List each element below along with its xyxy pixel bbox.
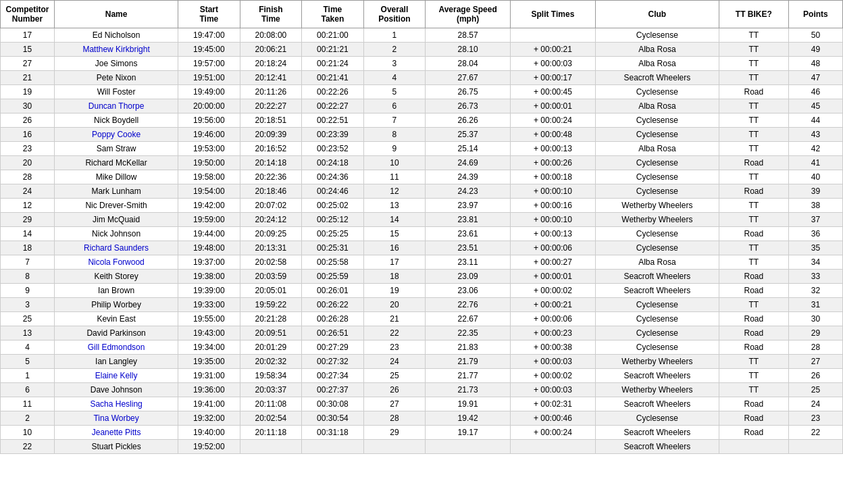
cell-start: 19:59:00 [178,213,240,227]
table-row: 29Jim McQuaid19:59:0020:24:1200:25:12142… [1,213,843,227]
cell-ttbike: Road [719,326,788,341]
cell-finish: 20:09:51 [240,326,302,341]
table-row: 7Nicola Forwood19:37:0020:02:5800:25:581… [1,255,843,270]
results-table: CompetitorNumber Name StartTime FinishTi… [0,0,843,454]
table-row: 28Mike Dillow19:58:0020:22:3600:24:36112… [1,170,843,184]
cell-start: 19:45:00 [178,43,240,57]
cell-number: 19 [1,85,55,99]
cell-number: 11 [1,397,55,411]
cell-number: 7 [1,255,55,270]
cell-club: Wetherby Wheelers [595,199,719,213]
cell-points [788,440,842,454]
cell-number: 10 [1,426,55,440]
cell-points: 34 [788,255,842,270]
cell-time: 00:21:00 [302,28,364,43]
cell-split: + 00:00:16 [511,199,596,213]
cell-position: 15 [363,227,426,241]
cell-ttbike: Road [719,270,788,284]
cell-finish: 20:18:24 [240,57,302,71]
table-row: 30Duncan Thorpe20:00:0020:22:2700:22:276… [1,99,843,114]
cell-club: Wetherby Wheelers [595,355,719,369]
cell-start: 19:51:00 [178,71,240,85]
cell-finish: 20:22:27 [240,99,302,114]
table-row: 21Pete Nixon19:51:0020:12:4100:21:41427.… [1,71,843,85]
header-finish-time: FinishTime [240,1,302,28]
cell-position: 8 [363,128,426,142]
cell-name: Sacha Hesling [55,397,178,411]
cell-points: 29 [788,326,842,341]
cell-position: 25 [363,369,426,383]
cell-time: 00:22:27 [302,99,364,114]
cell-club: Alba Rosa [595,43,719,57]
cell-split: + 00:00:45 [511,85,596,99]
table-row: 17Ed Nicholson19:47:0020:08:0000:21:0012… [1,28,843,43]
cell-finish: 20:11:18 [240,426,302,440]
cell-club: Alba Rosa [595,142,719,156]
cell-club: Cyclesense [595,184,719,199]
cell-start: 19:57:00 [178,57,240,71]
cell-points: 25 [788,383,842,397]
cell-time: 00:24:46 [302,184,364,199]
cell-speed: 19.17 [426,426,511,440]
cell-points: 38 [788,199,842,213]
cell-time: 00:27:29 [302,341,364,355]
cell-number: 20 [1,156,55,170]
cell-club: Cyclesense [595,114,719,128]
cell-time: 00:22:26 [302,85,364,99]
table-row: 16Poppy Cooke19:46:0020:09:3900:23:39825… [1,128,843,142]
cell-time: 00:27:37 [302,383,364,397]
cell-club: Cyclesense [595,227,719,241]
cell-ttbike: Road [719,284,788,298]
cell-finish: 20:03:37 [240,383,302,397]
table-row: 14Nick Johnson19:44:0020:09:2500:25:2515… [1,227,843,241]
cell-split: + 00:00:38 [511,341,596,355]
cell-points: 43 [788,128,842,142]
cell-number: 15 [1,43,55,57]
cell-start: 19:37:00 [178,255,240,270]
cell-position: 22 [363,326,426,341]
cell-name: Keith Storey [55,270,178,284]
cell-points: 49 [788,43,842,57]
cell-finish: 20:24:12 [240,213,302,227]
table-row: 23Sam Straw19:53:0020:16:5200:23:52925.1… [1,142,843,156]
cell-points: 26 [788,369,842,383]
cell-points: 39 [788,184,842,199]
cell-start: 20:00:00 [178,99,240,114]
cell-ttbike: TT [719,128,788,142]
cell-time: 00:21:24 [302,57,364,71]
cell-points: 30 [788,312,842,326]
cell-name: Dave Johnson [55,383,178,397]
cell-split: + 00:00:21 [511,298,596,312]
cell-position: 20 [363,298,426,312]
cell-speed: 19.91 [426,397,511,411]
cell-start: 19:31:00 [178,369,240,383]
cell-split: + 00:00:03 [511,57,596,71]
cell-finish: 20:07:02 [240,199,302,213]
cell-position: 21 [363,312,426,326]
cell-ttbike: Road [719,85,788,99]
cell-start: 19:53:00 [178,142,240,156]
cell-name: Matthew Kirkbright [55,43,178,57]
cell-split: + 00:00:03 [511,355,596,369]
header-time-taken: TimeTaken [302,1,364,28]
cell-split: + 00:00:10 [511,213,596,227]
cell-split: + 00:00:48 [511,128,596,142]
cell-club: Cyclesense [595,241,719,255]
cell-finish: 20:18:46 [240,184,302,199]
cell-speed: 28.57 [426,28,511,43]
cell-ttbike: Road [719,411,788,426]
cell-split: + 00:00:24 [511,114,596,128]
cell-finish: 19:59:22 [240,298,302,312]
cell-finish: 20:03:59 [240,270,302,284]
cell-ttbike: TT [719,369,788,383]
header-start-time: StartTime [178,1,240,28]
cell-number: 17 [1,28,55,43]
cell-points: 28 [788,341,842,355]
cell-name: Nick Johnson [55,227,178,241]
cell-time: 00:27:32 [302,355,364,369]
cell-start: 19:32:00 [178,411,240,426]
cell-name: Richard McKellar [55,156,178,170]
cell-start: 19:40:00 [178,426,240,440]
cell-ttbike: TT [719,71,788,85]
cell-position: 17 [363,255,426,270]
